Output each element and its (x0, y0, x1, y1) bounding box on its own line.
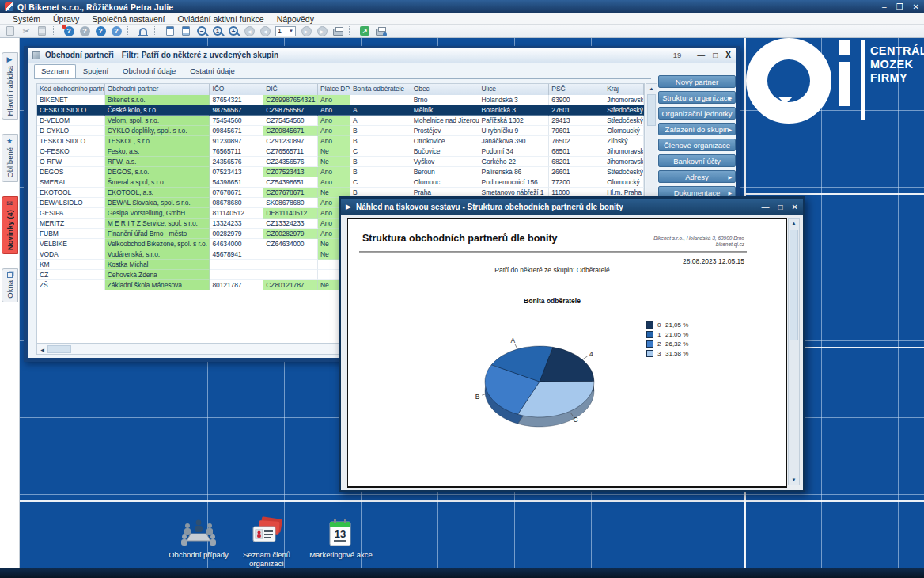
table-row[interactable]: TESKOLSIDLOTESKOL, s.r.o.91230897CZ91230… (37, 136, 644, 146)
maximize-button[interactable]: □ (713, 51, 718, 59)
zoom-100-icon[interactable]: 1 (210, 25, 225, 37)
column-header[interactable]: PSČ (549, 84, 604, 95)
tab-seznam[interactable]: Seznam (34, 64, 76, 78)
scroll-left-icon[interactable]: ◀ (37, 344, 47, 354)
table-cell: D-CYKLO (37, 126, 105, 136)
table-row[interactable]: O-FESKOFesko, a.s.76565711CZ76565711NeCB… (37, 146, 644, 157)
minimize-button[interactable]: — (762, 203, 770, 211)
preview-titlebar[interactable]: ▶ Náhled na tiskovou sestavu - Struktura… (341, 199, 803, 215)
report-layout-icon[interactable] (179, 25, 193, 37)
menu-item--pravy[interactable]: Úpravy (47, 14, 85, 24)
table-cell: Bikenet s.r.o. (105, 95, 210, 105)
maximize-button[interactable]: ❐ (896, 2, 903, 11)
table-row[interactable]: DEGOSDEGOS, s.r.o.07523413CZ07523413AnoB… (37, 167, 644, 177)
table-cell: Brno (411, 95, 479, 105)
table-cell: Pařížská 1302 (479, 116, 550, 126)
action-button-organiza-n-jednotky[interactable]: Organizační jednotky (658, 107, 736, 120)
partner-window-titlebar[interactable]: Obchodní partneři Filtr: Patří do někter… (28, 48, 736, 63)
cut-icon[interactable]: ✂ (19, 25, 33, 37)
column-header[interactable]: Obec (411, 84, 479, 95)
table-cell: CZ00282979 (263, 229, 318, 239)
menu-item-spole-n-nastaven-[interactable]: Společná nastavení (85, 14, 171, 24)
table-row[interactable]: D-CYKLOCYKLO doplňky, spol. s r.o.098456… (37, 126, 644, 136)
report-page: Struktura obchodních partnerů dle bonity… (347, 218, 787, 488)
table-cell: Jihomoravský (604, 95, 644, 105)
table-row[interactable]: O-RFWRFW, a.s.24356576CZ24356576NeBVyško… (37, 157, 644, 167)
column-header[interactable]: Kraj (604, 84, 644, 95)
table-row[interactable]: CESKOLSIDLOČeské kolo, s.r.o.98756567CZ9… (37, 105, 644, 116)
sidebar-tab-okna[interactable]: Okna (2, 268, 18, 302)
paste-icon[interactable] (35, 25, 49, 37)
table-cell: Otrokovice (411, 136, 479, 146)
tab-spojen-[interactable]: Spojení (76, 64, 116, 78)
next-page-icon[interactable]: ▶ (299, 25, 313, 37)
menu-bar: SystémÚpravySpolečná nastaveníOvládání a… (0, 13, 924, 25)
close-button[interactable]: X (725, 51, 731, 59)
legend-item: 021,05 % (646, 320, 688, 329)
column-header[interactable]: Bonita odběratele (350, 84, 411, 95)
zoom-in-icon[interactable]: + (226, 25, 240, 37)
print-settings-icon[interactable] (373, 25, 388, 37)
column-header[interactable]: Plátce DPH (318, 84, 350, 95)
menu-item-n-pov-dy[interactable]: Nápovědy (271, 14, 320, 24)
action-button--lenov-organizace[interactable]: Členové organizace (658, 139, 736, 151)
action-button-bankovn-ty[interactable]: Bankovní účty (658, 154, 736, 167)
scrollbar-thumb[interactable] (47, 345, 71, 353)
desktop-icon-obchodn-p-pady[interactable]: Obchodní případy (159, 515, 238, 559)
notifications-bell-icon[interactable] (136, 25, 150, 37)
page-setup-icon[interactable] (163, 25, 177, 37)
desktop-icon-marketingov-akce[interactable]: 13Marketingové akce (301, 515, 381, 559)
action-button-za-azen-do-skupin[interactable]: Zařazení do skupin▶ (658, 123, 736, 135)
action-button-struktura-organizace[interactable]: Struktura organizace▶ (658, 91, 736, 104)
print-icon[interactable] (331, 25, 345, 37)
last-page-icon[interactable]: ▶ (315, 25, 329, 37)
first-page-icon[interactable]: ◀ (242, 25, 256, 37)
preview-title: Náhled na tiskovou sestavu - Struktura o… (356, 203, 623, 211)
table-cell (210, 270, 263, 280)
scroll-up-icon[interactable]: ▲ (789, 219, 799, 228)
preview-vertical-scrollbar[interactable]: ▲ ▼ (788, 218, 800, 485)
maximize-button[interactable]: □ (778, 203, 783, 211)
scrollbar-thumb[interactable] (790, 230, 798, 340)
table-row[interactable]: D-VELOMVelom, spol. s r.o.75454560CZ7545… (37, 116, 644, 126)
export-icon[interactable]: ↗ (358, 25, 372, 37)
column-header[interactable]: DIČ (263, 84, 318, 95)
scrollbar-thumb[interactable] (647, 94, 656, 126)
page-number-box[interactable]: 1▼ (274, 25, 297, 37)
minimize-button[interactable]: – (882, 2, 887, 11)
close-button[interactable]: ✕ (913, 2, 919, 11)
column-header[interactable]: Kód obchodního partnera (37, 84, 105, 95)
help-disabled-icon[interactable]: ? (78, 25, 92, 37)
table-cell: CYKLO doplňky, spol. s r.o. (105, 126, 210, 136)
column-header[interactable]: Ulice (479, 84, 550, 95)
zoom-out-icon[interactable]: − (195, 25, 209, 37)
menu-item-ovl-d-n-aktivn-funkce[interactable]: Ovládání aktivní funkce (172, 14, 271, 24)
menu-item-syst-m[interactable]: Systém (6, 14, 47, 24)
copy-icon[interactable] (3, 25, 17, 37)
column-header[interactable]: IČO (210, 84, 263, 95)
desktop-icon-seznam-len-organizac-[interactable]: Seznam členů organizací (227, 515, 306, 568)
minimize-button[interactable]: — (697, 51, 705, 59)
table-row[interactable]: SMERALŠmeral a spol, s.r.o.54398651CZ543… (37, 177, 644, 188)
table-cell: 07678671 (210, 188, 263, 198)
i-letter-stem (839, 62, 850, 106)
action-button-adresy[interactable]: Adresy▶ (658, 170, 736, 183)
sidebar-tab-hlavn-nab-dka[interactable]: ▶Hlavní nabídka (2, 52, 18, 120)
action-button-label: Členové organizace (664, 141, 730, 150)
table-row[interactable]: BIKENETBikenet s.r.o.87654321CZ699876543… (37, 95, 644, 105)
prev-page-icon[interactable]: ◀ (258, 25, 272, 37)
help-assistant-icon[interactable]: ? (109, 25, 123, 37)
close-button[interactable]: ✕ (792, 203, 798, 211)
arrow-right-icon: ▶ (7, 56, 13, 63)
column-header[interactable]: Obchodní partner (105, 84, 210, 95)
sidebar-tab-novinky-4-[interactable]: ✉Novinky (4) (2, 196, 18, 254)
app-logo-icon (5, 2, 13, 11)
help-icon[interactable]: ? (93, 25, 108, 37)
scroll-up-icon[interactable]: ▲ (646, 84, 657, 93)
help-context-icon[interactable]: ? (62, 25, 76, 37)
scroll-down-icon[interactable]: ▼ (789, 475, 799, 485)
action-button-nov-partner[interactable]: Nový partner (658, 75, 736, 88)
sidebar-tab-obl-ben-[interactable]: ★Oblíbené (2, 134, 18, 182)
tab-ostatn-daje[interactable]: Ostatní údaje (183, 64, 242, 78)
tab-obchodn-daje[interactable]: Obchodní údaje (116, 64, 183, 78)
